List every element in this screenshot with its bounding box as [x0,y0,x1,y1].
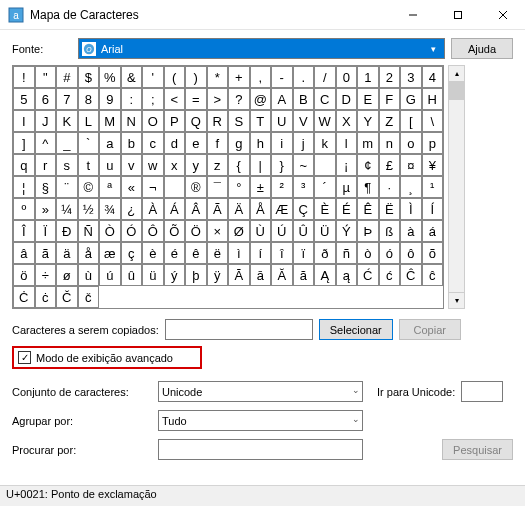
character-cell[interactable]: E [357,88,379,110]
character-cell[interactable]: Â [185,198,207,220]
character-cell[interactable]: ´ [314,176,336,198]
character-cell[interactable]: ā [250,264,272,286]
character-cell[interactable]: A [271,88,293,110]
character-cell[interactable]: B [293,88,315,110]
character-cell[interactable]: Ö [185,220,207,242]
character-cell[interactable]: f [207,132,229,154]
character-cell[interactable]: Q [185,110,207,132]
character-cell[interactable] [314,154,336,176]
character-cell[interactable]: Û [293,220,315,242]
character-cell[interactable]: « [121,176,143,198]
character-cell[interactable]: £ [379,154,401,176]
character-cell[interactable]: K [56,110,78,132]
character-cell[interactable]: û [121,264,143,286]
character-cell[interactable]: 0 [336,66,358,88]
character-cell[interactable]: J [35,110,57,132]
character-cell[interactable]: d [164,132,186,154]
character-cell[interactable]: W [314,110,336,132]
character-cell[interactable]: Ą [314,264,336,286]
character-cell[interactable]: § [35,176,57,198]
character-cell[interactable]: Ã [207,198,229,220]
character-cell[interactable]: ñ [336,242,358,264]
character-cell[interactable]: r [35,154,57,176]
character-cell[interactable]: þ [185,264,207,286]
character-cell[interactable]: w [142,154,164,176]
character-cell[interactable]: ¬ [142,176,164,198]
character-cell[interactable]: 8 [78,88,100,110]
character-cell[interactable]: ® [185,176,207,198]
character-cell[interactable]: I [13,110,35,132]
character-cell[interactable]: ă [293,264,315,286]
character-cell[interactable]: ) [185,66,207,88]
character-cell[interactable]: _ [56,132,78,154]
character-cell[interactable]: ³ [293,176,315,198]
close-button[interactable] [480,0,525,30]
character-cell[interactable]: N [121,110,143,132]
character-cell[interactable]: o [400,132,422,154]
character-cell[interactable]: - [271,66,293,88]
character-cell[interactable]: L [78,110,100,132]
search-button[interactable]: Pesquisar [442,439,513,460]
character-cell[interactable]: à [400,220,422,242]
character-cell[interactable]: Y [357,110,379,132]
character-cell[interactable]: \ [422,110,444,132]
character-cell[interactable]: ª [99,176,121,198]
character-cell[interactable]: : [121,88,143,110]
group-by-dropdown[interactable]: Tudo ⌄ [158,410,363,431]
character-cell[interactable]: { [228,154,250,176]
character-cell[interactable]: m [357,132,379,154]
character-cell[interactable]: Ð [56,220,78,242]
character-cell[interactable]: Æ [271,198,293,220]
character-cell[interactable]: 3 [400,66,422,88]
character-cell[interactable]: k [314,132,336,154]
character-cell[interactable]: Å [250,198,272,220]
character-cell[interactable]: & [121,66,143,88]
character-cell[interactable]: ċ [35,286,57,308]
character-cell[interactable]: è [142,242,164,264]
character-cell[interactable]: Ò [99,220,121,242]
character-cell[interactable]: $ [78,66,100,88]
character-cell[interactable]: Ê [357,198,379,220]
advanced-view-checkbox[interactable]: ✓ [18,351,31,364]
character-cell[interactable]: Ĉ [400,264,422,286]
character-cell[interactable]: v [121,154,143,176]
character-cell[interactable]: Î [13,220,35,242]
maximize-button[interactable] [435,0,480,30]
character-cell[interactable]: ¢ [357,154,379,176]
character-cell[interactable]: ÷ [35,264,57,286]
character-cell[interactable]: ÿ [207,264,229,286]
character-cell[interactable]: . [293,66,315,88]
character-cell[interactable]: Ü [314,220,336,242]
character-cell[interactable]: ¨ [56,176,78,198]
character-cell[interactable]: 1 [357,66,379,88]
character-cell[interactable]: ¹ [422,176,444,198]
character-cell[interactable]: ç [121,242,143,264]
character-cell[interactable]: Ç [293,198,315,220]
character-cell[interactable]: č [78,286,100,308]
character-cell[interactable]: ¼ [56,198,78,220]
character-cell[interactable]: ¾ [99,198,121,220]
character-cell[interactable]: T [250,110,272,132]
character-cell[interactable]: D [336,88,358,110]
character-cell[interactable]: " [35,66,57,88]
character-cell[interactable]: R [207,110,229,132]
character-cell[interactable]: } [271,154,293,176]
character-cell[interactable]: õ [422,242,444,264]
search-input[interactable] [158,439,363,460]
character-cell[interactable]: Õ [164,220,186,242]
select-button[interactable]: Selecionar [319,319,393,340]
character-cell[interactable]: ð [314,242,336,264]
character-cell[interactable]: ¯ [207,176,229,198]
character-cell[interactable]: h [250,132,272,154]
font-dropdown[interactable]: O Arial ▾ [78,38,445,59]
character-cell[interactable]: Ā [228,264,250,286]
character-cell[interactable]: Ø [228,220,250,242]
character-cell[interactable]: 2 [379,66,401,88]
character-cell[interactable]: M [99,110,121,132]
character-cell[interactable]: q [13,154,35,176]
charset-dropdown[interactable]: Unicode ⌄ [158,381,363,402]
character-cell[interactable]: Ý [336,220,358,242]
character-cell[interactable]: ^ [35,132,57,154]
character-cell[interactable]: < [164,88,186,110]
character-cell[interactable]: ¦ [13,176,35,198]
